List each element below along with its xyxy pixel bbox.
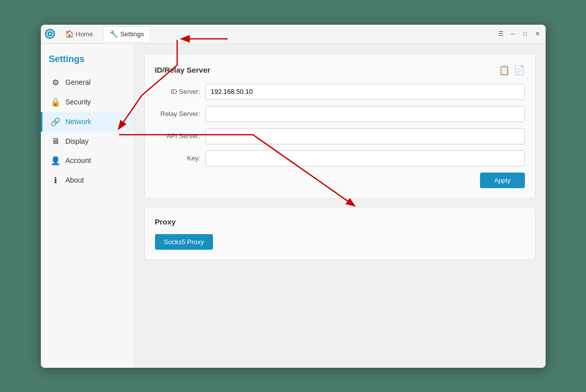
tab-settings[interactable]: 🔧 Settings [103,26,150,41]
api-server-input[interactable] [205,128,525,144]
sidebar-label-about: About [66,176,84,184]
id-relay-title: ID/Relay Server 📋 📄 [155,65,525,76]
socks5-proxy-button[interactable]: Socks5 Proxy [155,234,213,250]
tab-home[interactable]: 🏠 Home [59,26,99,41]
key-label: Key: [155,154,205,162]
card-icons: 📋 📄 [499,65,525,76]
sidebar: Settings ⚙ General 🔒 Security 🔗 Network … [41,44,134,368]
sidebar-item-account[interactable]: 👤 Account [41,151,134,171]
sidebar-item-general[interactable]: ⚙ General [41,73,134,92]
app-icon [45,29,55,39]
clipboard-icon[interactable]: 📋 [499,65,510,76]
link-icon: 🔗 [50,117,61,127]
copy-icon[interactable]: 📄 [514,65,525,76]
maximize-button[interactable]: □ [521,30,529,38]
minimize-button[interactable]: ─ [509,30,517,38]
sidebar-label-security: Security [66,98,91,106]
id-server-input[interactable] [205,84,525,100]
info-icon: ℹ [50,176,61,185]
relay-server-label: Relay Server: [155,110,205,118]
proxy-card: Proxy Socks5 Proxy [144,207,536,260]
close-button[interactable]: ✕ [534,30,542,38]
sidebar-label-network: Network [66,118,91,126]
sidebar-item-network[interactable]: 🔗 Network [41,112,134,132]
sidebar-label-account: Account [66,156,91,164]
key-row: Key: [155,150,525,166]
sidebar-item-about[interactable]: ℹ About [41,171,134,190]
person-icon: 👤 [50,156,61,165]
main-content: Settings ⚙ General 🔒 Security 🔗 Network … [41,44,546,368]
sidebar-label-display: Display [66,137,89,145]
sidebar-label-general: General [66,78,91,86]
relay-server-input[interactable] [205,106,525,122]
id-server-label: ID Server: [155,88,205,95]
home-icon: 🏠 [65,30,74,38]
tab-settings-label: Settings [120,30,144,38]
window-controls: ☰ ─ □ ✕ [497,30,542,38]
id-server-row: ID Server: [155,84,525,100]
gear-icon: ⚙ [50,78,61,87]
proxy-title-text: Proxy [155,217,176,226]
relay-server-row: Relay Server: [155,106,525,122]
sidebar-item-display[interactable]: 🖥 Display [41,132,134,151]
lock-icon: 🔒 [50,97,61,107]
id-relay-card: ID/Relay Server 📋 📄 ID Server: Relay Ser… [144,54,536,199]
tab-home-label: Home [76,30,93,38]
display-icon: 🖥 [50,137,61,146]
id-relay-title-text: ID/Relay Server [155,66,210,74]
form-actions: Apply [155,173,525,188]
key-input[interactable] [205,150,525,166]
apply-button[interactable]: Apply [480,173,525,188]
settings-icon: 🔧 [110,30,118,38]
sidebar-item-security[interactable]: 🔒 Security [41,92,134,112]
api-server-row: API Server: [155,128,525,144]
api-server-label: API Server: [155,132,205,140]
proxy-title: Proxy [155,217,525,226]
content-area: ID/Relay Server 📋 📄 ID Server: Relay Ser… [134,44,546,368]
titlebar: 🏠 Home 🔧 Settings ☰ ─ □ ✕ [41,25,546,44]
menu-button[interactable]: ☰ [497,30,505,38]
sidebar-title: Settings [41,52,134,73]
